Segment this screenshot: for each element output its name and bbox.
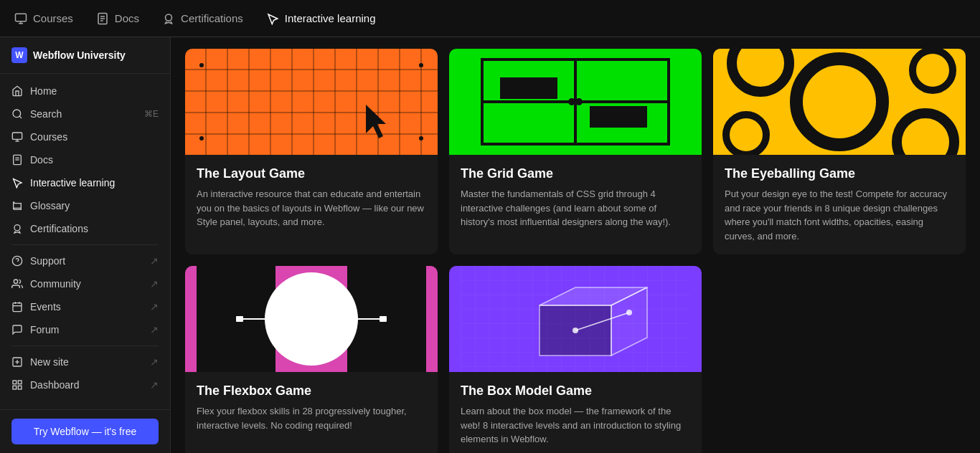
main-content: The Layout Game An interactive resource … (171, 37, 980, 453)
community-icon (11, 278, 23, 290)
svg-point-51 (308, 315, 315, 323)
badge-icon (162, 12, 175, 25)
svg-rect-53 (236, 316, 243, 322)
dot-tr (419, 63, 423, 67)
sidebar-item-support[interactable]: Support ↗ (0, 249, 170, 272)
sidebar-item-home[interactable]: Home (0, 80, 170, 102)
top-nav-courses[interactable]: Courses (14, 8, 73, 29)
svg-point-8 (13, 110, 21, 118)
external-icon-community: ↗ (150, 278, 159, 290)
card-eyeballing-game-desc: Put your design eye to the test! Compete… (725, 187, 954, 243)
sidebar-item-dashboard[interactable]: Dashboard ↗ (0, 373, 170, 396)
sidebar: W Webflow University Home Search ⌘E Cour… (0, 37, 171, 453)
eyeballing-svg (713, 49, 966, 155)
svg-rect-36 (590, 106, 647, 128)
svg-rect-28 (18, 381, 22, 384)
svg-rect-0 (16, 14, 27, 22)
forum-icon (11, 324, 23, 335)
card-box-model-game[interactable]: The Box Model Game Learn about the box m… (449, 266, 702, 453)
courses-icon (11, 131, 23, 143)
top-nav: Courses Docs Certifications Interactive … (0, 0, 980, 37)
cursor-arrow-svg (359, 101, 402, 144)
card-grid-game-body: The Grid Game Master the fundamentals of… (449, 155, 702, 241)
sidebar-bottom: Try Webflow — it's free (0, 409, 170, 453)
top-nav-certifications[interactable]: Certifications (162, 8, 243, 29)
svg-rect-20 (13, 303, 22, 312)
sidebar-nav: Home Search ⌘E Courses Docs Interactive … (0, 74, 170, 409)
card-layout-game[interactable]: The Layout Game An interactive resource … (185, 49, 438, 254)
dot-tl (199, 63, 204, 67)
try-webflow-button[interactable]: Try Webflow — it's free (11, 419, 159, 444)
card-box-model-game-image (449, 266, 702, 372)
dot-bl (199, 136, 204, 140)
card-layout-game-title: The Layout Game (197, 166, 426, 181)
sidebar-item-certifications[interactable]: Certifications (0, 217, 170, 240)
card-box-model-game-title: The Box Model Game (461, 383, 690, 399)
sidebar-item-courses[interactable]: Courses (0, 125, 170, 148)
dot-br (419, 136, 423, 140)
top-nav-docs[interactable]: Docs (96, 8, 139, 29)
new-site-icon (11, 356, 23, 368)
sidebar-item-community[interactable]: Community ↗ (0, 272, 170, 295)
cert-icon (11, 223, 23, 234)
card-eyeballing-game-image (713, 49, 966, 155)
external-icon-dashboard: ↗ (150, 379, 159, 391)
card-grid-game[interactable]: The Grid Game Master the fundamentals of… (449, 49, 702, 254)
svg-rect-10 (12, 133, 22, 139)
card-flexbox-game-image (185, 266, 438, 372)
dashboard-icon (11, 379, 23, 391)
flexbox-svg (185, 266, 438, 372)
sidebar-item-interactive-learning[interactable]: Interactive learning (0, 171, 170, 194)
sidebar-item-docs[interactable]: Docs (0, 148, 170, 171)
svg-point-7 (166, 14, 172, 21)
support-icon (11, 255, 23, 267)
sidebar-logo[interactable]: W Webflow University (0, 37, 170, 74)
sidebar-item-forum[interactable]: Forum ↗ (0, 318, 170, 341)
external-icon-forum: ↗ (150, 324, 159, 335)
svg-point-52 (351, 315, 358, 323)
sidebar-item-glossary[interactable]: Glossary (0, 194, 170, 217)
sidebar-item-search[interactable]: Search ⌘E (0, 102, 170, 125)
svg-point-16 (14, 225, 20, 231)
glossary-icon (11, 200, 23, 211)
svg-point-37 (568, 98, 575, 105)
box-model-svg (449, 266, 702, 372)
svg-point-19 (14, 280, 17, 283)
card-layout-game-desc: An interactive resource that can educate… (197, 187, 426, 229)
svg-point-38 (575, 98, 583, 105)
card-grid-game-desc: Master the fundamentals of CSS grid thro… (461, 187, 690, 229)
events-icon (11, 301, 23, 313)
external-icon-events: ↗ (150, 301, 159, 313)
monitor-icon (14, 12, 27, 25)
card-box-model-game-desc: Learn about the box model — the framewor… (461, 404, 690, 447)
card-eyeballing-game-title: The Eyeballing Game (725, 166, 954, 181)
sidebar-item-new-site[interactable]: New site ↗ (0, 351, 170, 373)
home-icon (11, 85, 23, 97)
cards-grid: The Layout Game An interactive resource … (185, 49, 966, 453)
layout: W Webflow University Home Search ⌘E Cour… (0, 37, 980, 453)
svg-rect-29 (18, 386, 22, 389)
svg-rect-30 (13, 386, 17, 389)
interactive-icon (11, 177, 23, 189)
card-eyeballing-game-body: The Eyeballing Game Put your design eye … (713, 155, 966, 254)
svg-point-50 (265, 315, 272, 323)
card-grid-game-image (449, 49, 702, 155)
svg-marker-31 (366, 105, 386, 138)
cursor-icon (266, 12, 279, 25)
card-flexbox-game[interactable]: The Flexbox Game Flex your flexbox skill… (185, 266, 438, 453)
card-grid-game-title: The Grid Game (461, 166, 690, 181)
file-icon (96, 12, 109, 25)
sidebar-item-events[interactable]: Events ↗ (0, 295, 170, 318)
card-flexbox-game-body: The Flexbox Game Flex your flexbox skill… (185, 372, 438, 444)
app-title: Webflow University (33, 49, 126, 61)
card-eyeballing-game[interactable]: The Eyeballing Game Put your design eye … (713, 49, 966, 254)
card-layout-game-image (185, 49, 438, 155)
top-nav-interactive-learning[interactable]: Interactive learning (266, 8, 376, 29)
svg-rect-27 (13, 381, 17, 384)
card-flexbox-game-title: The Flexbox Game (197, 383, 426, 399)
docs-icon (11, 154, 23, 166)
card-box-model-game-body: The Box Model Game Learn about the box m… (449, 372, 702, 453)
grid-game-svg (449, 49, 702, 155)
sidebar-divider-1 (11, 244, 159, 245)
sidebar-divider-2 (11, 345, 159, 346)
